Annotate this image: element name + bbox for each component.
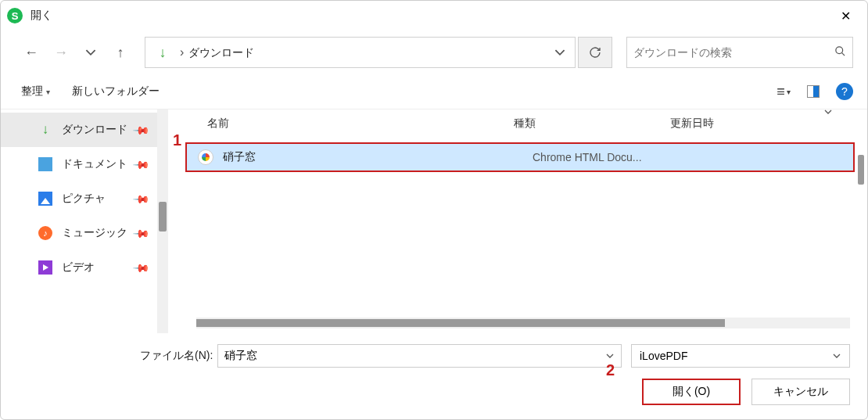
pin-icon: 📌: [132, 155, 150, 173]
path-box[interactable]: ↓ ›ダウンロード: [145, 37, 576, 68]
download-folder-icon: ↓: [145, 45, 180, 61]
open-button[interactable]: 開く(O): [642, 379, 741, 405]
help-icon[interactable]: ?: [836, 83, 853, 100]
nav-row: ← → ↑ ↓ ›ダウンロード: [1, 31, 867, 74]
forward-button[interactable]: →: [48, 39, 74, 66]
column-date[interactable]: 更新日時: [670, 117, 867, 131]
download-icon: ↓: [37, 121, 54, 138]
sidebar-scrollbar[interactable]: [157, 109, 168, 333]
path-text: ›ダウンロード: [180, 45, 545, 60]
organize-menu[interactable]: 整理▾: [21, 84, 50, 99]
music-icon: ♪: [37, 224, 54, 242]
pin-icon: 📌: [132, 189, 150, 207]
new-folder-button[interactable]: 新しいフォルダー: [72, 84, 160, 99]
titlebar: S 開く ✕: [1, 1, 867, 31]
toolbar: 整理▾ 新しいフォルダー ≡ ▾ ?: [1, 74, 867, 109]
pin-icon: 📌: [132, 258, 150, 276]
file-row[interactable]: 硝子窓 Chrome HTML Docu...: [185, 142, 855, 172]
filter-dropdown-icon[interactable]: [832, 350, 841, 362]
horizontal-scrollbar[interactable]: [196, 318, 850, 328]
vertical-scrollbar[interactable]: [856, 109, 866, 333]
sidebar-item-pictures[interactable]: ピクチャ 📌: [1, 181, 157, 216]
filename-field[interactable]: 硝子窓: [217, 344, 622, 368]
svg-point-0: [836, 47, 843, 54]
sidebar-item-documents[interactable]: ドキュメント 📌: [1, 147, 157, 181]
path-dropdown-icon[interactable]: [545, 47, 575, 58]
preview-pane-icon[interactable]: [800, 78, 827, 105]
file-pane: 1 名前 種類 更新日時 硝子窓 Chrome HTML Docu...: [168, 109, 867, 333]
filter-value: iLovePDF: [640, 350, 687, 362]
filename-dropdown-icon[interactable]: [605, 350, 615, 362]
up-button[interactable]: ↑: [107, 39, 134, 66]
search-icon[interactable]: [834, 45, 846, 59]
close-icon[interactable]: ✕: [830, 1, 861, 31]
refresh-button[interactable]: [578, 37, 612, 68]
pictures-icon: [37, 190, 54, 207]
file-type: Chrome HTML Docu...: [533, 151, 853, 163]
recent-dropdown-icon[interactable]: [77, 39, 104, 66]
sidebar-item-music[interactable]: ♪ ミュージック 📌: [1, 216, 157, 250]
column-type[interactable]: 種類: [514, 117, 670, 131]
search-box[interactable]: [626, 37, 853, 68]
sidebar: ↓ ダウンロード 📌 ドキュメント 📌 ピクチャ 📌 ♪ ミュージック 📌: [1, 109, 168, 333]
sidebar-item-label: ビデオ: [62, 260, 95, 275]
sidebar-item-label: ピクチャ: [62, 192, 106, 206]
view-menu-icon[interactable]: ≡ ▾: [770, 78, 797, 105]
sidebar-item-label: ダウンロード: [62, 123, 127, 137]
file-name: 硝子窓: [223, 150, 533, 164]
annotation-1: 1: [173, 131, 181, 149]
sidebar-item-label: ミュージック: [62, 226, 127, 240]
search-input[interactable]: [633, 46, 834, 59]
cancel-button[interactable]: キャンセル: [751, 379, 850, 405]
column-name[interactable]: 名前: [207, 117, 514, 131]
pin-icon: 📌: [132, 120, 150, 138]
footer: 2 ファイル名(N): 硝子窓 iLovePDF 開く(O) キャンセル: [1, 333, 867, 419]
video-icon: [37, 259, 54, 276]
app-icon: S: [7, 8, 23, 23]
back-button[interactable]: ←: [18, 39, 45, 66]
filename-value: 硝子窓: [224, 349, 257, 363]
sidebar-item-downloads[interactable]: ↓ ダウンロード 📌: [1, 113, 157, 147]
svg-line-1: [841, 52, 845, 56]
file-list: 硝子窓 Chrome HTML Docu...: [168, 138, 867, 318]
sidebar-item-videos[interactable]: ビデオ 📌: [1, 250, 157, 285]
column-headers: 名前 種類 更新日時: [168, 109, 867, 138]
sort-indicator-icon: [823, 109, 833, 117]
pin-icon: 📌: [132, 224, 150, 242]
sidebar-item-label: ドキュメント: [62, 157, 127, 171]
document-icon: [37, 156, 54, 173]
filetype-filter[interactable]: iLovePDF: [631, 344, 850, 368]
window-title: 開く: [30, 9, 52, 23]
chrome-file-icon: [198, 149, 213, 165]
annotation-2: 2: [606, 361, 615, 379]
filename-label: ファイル名(N):: [140, 349, 213, 363]
